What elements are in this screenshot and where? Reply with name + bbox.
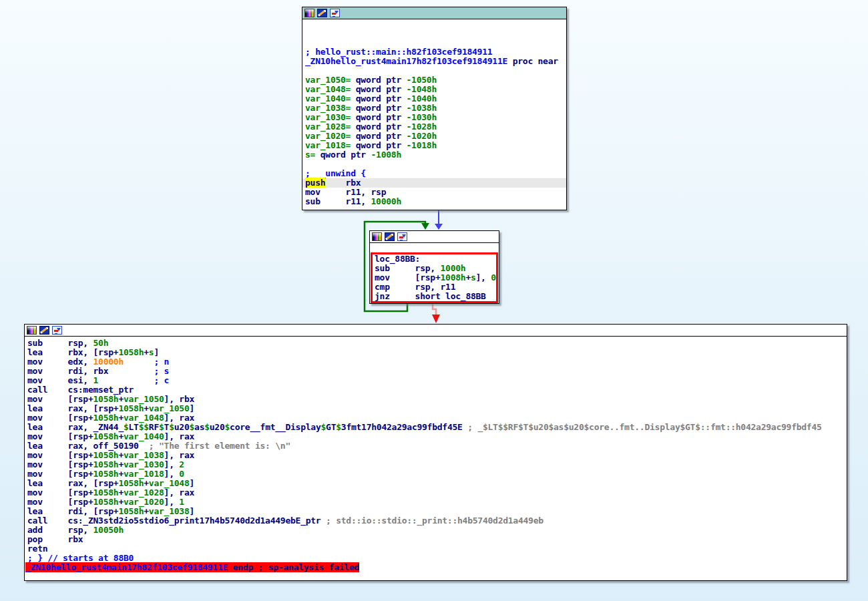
asm-token: retn (27, 544, 47, 554)
asm-line[interactable]: ; hello_rust::main::h82f103cef9184911 (302, 47, 566, 57)
asm-line[interactable] (302, 29, 566, 38)
node-title-bar[interactable] (302, 7, 566, 19)
group-node-icon[interactable] (397, 232, 407, 241)
asm-line[interactable]: _ZN10hello_rust4main17h82f103cef9184911E… (302, 57, 566, 66)
asm-line[interactable]: ; } // starts at 88B0 (25, 554, 847, 563)
asm-token: cmp rsp, r11 (375, 282, 455, 292)
asm-line[interactable]: mov [rsp+1058h+var_1048], rax (25, 413, 847, 423)
node-title-bar[interactable] (25, 325, 847, 337)
asm-line[interactable]: sub rsp, 50h (25, 339, 847, 348)
asm-token: var_1048= (305, 84, 351, 94)
asm-line[interactable]: mov esi, 1 ; c (25, 376, 847, 385)
edit-node-icon[interactable] (385, 232, 395, 241)
asm-token: + (118, 487, 124, 497)
asm-line[interactable]: retn (25, 544, 847, 554)
asm-line[interactable]: lea rax, off_50190 ; "The first element … (25, 441, 847, 451)
asm-token: lea rdi, [rsp+ (27, 506, 118, 516)
asm-line[interactable]: mov [rsp+1058h+var_1040], rax (25, 432, 847, 441)
asm-line[interactable]: mov [rsp+1058h+var_1030], 2 (25, 460, 847, 469)
node-title-bar[interactable] (370, 231, 499, 243)
node-color-icon[interactable] (27, 326, 37, 335)
asm-line[interactable]: mov [rsp+1058h+var_1018], 0 (25, 469, 847, 479)
group-node-icon[interactable] (52, 326, 62, 335)
asm-line[interactable]: sub r11, 10000h (302, 197, 566, 206)
asm-token (139, 441, 149, 451)
asm-token: + (144, 347, 149, 357)
asm-token: add rsp, (27, 525, 93, 535)
asm-line[interactable]: loc_88BB: (373, 254, 496, 264)
asm-line[interactable]: lea rax, [rsp+1058h+var_1048] (25, 479, 847, 488)
asm-token: mov [rsp+ (27, 394, 93, 404)
asm-line[interactable]: var_1018= qword ptr -1018h (302, 141, 566, 150)
asm-token: mov esi, (27, 375, 93, 385)
asm-line[interactable]: mov [rsp+1058h+var_1050], rbx (25, 395, 847, 404)
asm-line[interactable]: var_1040= qword ptr -1040h (302, 94, 566, 104)
asm-line[interactable]: mov [rsp+1008h+s], 0 (373, 273, 496, 282)
node-color-icon[interactable] (372, 232, 382, 241)
node-color-icon[interactable] (304, 9, 314, 17)
asm-line[interactable]: mov edx, 10000h ; n (25, 357, 847, 367)
asm-line[interactable]: call cs:memset_ptr (25, 385, 847, 395)
asm-token: 1058h (93, 431, 119, 441)
asm-token: s= (305, 150, 315, 160)
asm-line[interactable]: pop rbx (25, 535, 847, 544)
graph-view[interactable]: ; hello_rust::main::h82f103cef9184911_ZN… (0, 0, 868, 601)
asm-token: $ (124, 422, 129, 432)
basic-block-main-body[interactable]: sub rsp, 50hlea rbx, [rsp+1058h+s]mov ed… (24, 324, 847, 581)
asm-token: mov [rsp+ (27, 459, 93, 469)
asm-line[interactable]: sub rsp, 1000h (373, 264, 496, 273)
asm-token: qword ptr (351, 75, 406, 85)
asm-line[interactable] (302, 38, 566, 47)
asm-line[interactable]: _ZN10hello_rust4main17h82f103cef9184911E… (25, 563, 847, 572)
edit-node-icon[interactable] (39, 326, 49, 335)
group-node-icon[interactable] (330, 9, 340, 17)
asm-line[interactable]: s= qword ptr -1008h (302, 150, 566, 160)
asm-line[interactable]: mov [rsp+1058h+var_1020], 1 (25, 497, 847, 507)
asm-token: ], (164, 497, 180, 507)
asm-token: + (118, 431, 124, 441)
asm-token: + (118, 450, 124, 460)
asm-token: lea rax, [rsp+ (27, 478, 118, 488)
asm-line[interactable]: cmp rsp, r11 (373, 282, 496, 292)
asm-token: ] (189, 506, 194, 516)
asm-token: ; hello_rust::main::h82f103cef9184911 (305, 47, 492, 57)
asm-line[interactable]: var_1030= qword ptr -1030h (302, 113, 566, 122)
asm-token: + (465, 272, 471, 282)
asm-line[interactable]: push rbx (302, 178, 566, 188)
basic-block-entry[interactable]: ; hello_rust::main::h82f103cef9184911_ZN… (302, 7, 567, 210)
asm-token: ] (189, 403, 194, 413)
asm-token: ], rax (164, 431, 194, 441)
asm-line[interactable]: var_1028= qword ptr -1028h (302, 122, 566, 132)
asm-token: call cs:memset_ptr (27, 385, 134, 395)
asm-line[interactable]: var_1020= qword ptr -1020h (302, 132, 566, 141)
disassembly-listing[interactable]: ; hello_rust::main::h82f103cef9184911_ZN… (302, 19, 566, 206)
asm-line[interactable]: call cs:_ZN3std2io5stdio6_print17h4b5740… (25, 516, 847, 526)
asm-token: ; std::io::stdio::_print::h4b5740d2d1a44… (326, 516, 544, 526)
asm-line[interactable]: add rsp, 10050h (25, 526, 847, 535)
asm-line[interactable]: mov [rsp+1058h+var_1038], rax (25, 451, 847, 460)
asm-line[interactable] (302, 19, 566, 29)
disassembly-listing[interactable]: loc_88BB:sub rsp, 1000hmov [rsp+1008h+s]… (373, 254, 496, 301)
disassembly-listing[interactable]: sub rsp, 50hlea rbx, [rsp+1058h+s]mov ed… (25, 337, 847, 572)
asm-line[interactable]: lea rax, _ZN44_$LT$$RF$T$u20$as$u20$core… (25, 423, 847, 432)
asm-line[interactable]: lea rdi, [rsp+1058h+var_1038] (25, 507, 847, 516)
asm-line[interactable]: lea rax, [rsp+1058h+var_1050] (25, 404, 847, 413)
asm-line[interactable]: ; __unwind { (302, 169, 566, 178)
asm-line[interactable]: jnz short loc_88BB (373, 292, 496, 301)
edit-node-icon[interactable] (317, 9, 327, 17)
asm-line[interactable]: mov rdi, rbx ; s (25, 367, 847, 376)
asm-line[interactable]: mov r11, rsp (302, 188, 566, 197)
asm-line[interactable] (302, 66, 566, 75)
asm-line[interactable] (302, 160, 566, 169)
asm-token: + (144, 506, 149, 516)
asm-line[interactable]: lea rbx, [rsp+1058h+s] (25, 348, 847, 357)
asm-line[interactable]: var_1038= qword ptr -1038h (302, 104, 566, 113)
asm-line[interactable]: var_1048= qword ptr -1048h (302, 85, 566, 94)
asm-token: var_1038 (149, 506, 190, 516)
basic-block-loop[interactable]: loc_88BB:sub rsp, 1000hmov [rsp+1008h+s]… (369, 230, 499, 304)
asm-token: jnz short loc_88BB (375, 291, 486, 301)
asm-line[interactable]: var_1050= qword ptr -1050h (302, 75, 566, 85)
asm-line[interactable]: mov [rsp+1058h+var_1028], rax (25, 488, 847, 497)
asm-token: 1058h (93, 497, 119, 507)
asm-token: 1 (179, 497, 184, 507)
